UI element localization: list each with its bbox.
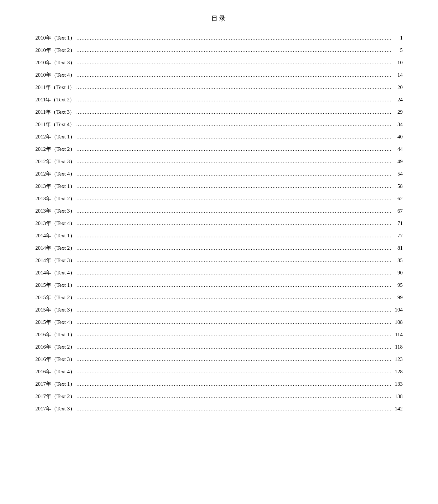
toc-entry: 2013年（Text 3）67 (35, 206, 403, 216)
toc-dots (77, 367, 391, 376)
toc-label: 2015年（Text 2） (35, 293, 75, 302)
toc-dots (76, 95, 391, 105)
toc-dots (77, 305, 391, 315)
toc-page: 58 (392, 182, 403, 191)
toc-dots (77, 194, 391, 203)
toc-dots (77, 144, 391, 154)
toc-entry: 2015年（Text 2）99 (35, 293, 403, 302)
toc-entry: 2016年（Text 2）118 (35, 342, 403, 352)
toc-label: 2012年（Text 1） (35, 132, 75, 142)
toc-page: 123 (392, 355, 403, 364)
toc-page: 49 (392, 157, 403, 166)
toc-dots (77, 318, 391, 327)
toc-page: 54 (392, 169, 403, 179)
toc-dots (77, 256, 391, 265)
toc-dots (77, 132, 391, 142)
toc-dots (77, 280, 391, 290)
toc-dots (77, 342, 391, 352)
toc-label: 2015年（Text 3） (35, 305, 75, 315)
toc-label: 2016年（Text 4） (35, 367, 75, 376)
toc-label: 2014年（Text 3） (35, 256, 75, 265)
toc-container: 2010年（Text 1）12010年（Text 2）52010年（Text 3… (35, 33, 403, 414)
toc-dots (77, 392, 391, 401)
toc-dots (77, 206, 391, 216)
toc-entry: 2017年（Text 3）142 (35, 404, 403, 414)
toc-page: 128 (392, 367, 403, 376)
toc-entry: 2016年（Text 1）114 (35, 330, 403, 339)
toc-dots (77, 157, 391, 166)
toc-entry: 2015年（Text 1）95 (35, 280, 403, 290)
toc-entry: 2012年（Text 2）44 (35, 144, 403, 154)
toc-entry: 2011年（Text 3）29 (35, 107, 403, 117)
toc-entry: 2011年（Text 4）34 (35, 120, 403, 129)
toc-label: 2017年（Text 1） (35, 379, 75, 389)
toc-entry: 2014年（Text 4）90 (35, 268, 403, 278)
toc-label: 2015年（Text 1） (35, 280, 75, 290)
toc-dots (77, 243, 391, 253)
toc-page: 1 (392, 33, 403, 43)
toc-dots (77, 268, 391, 278)
toc-entry: 2016年（Text 3）123 (35, 355, 403, 364)
toc-page: 85 (392, 256, 403, 265)
toc-dots (77, 404, 391, 414)
toc-page: 90 (392, 268, 403, 278)
toc-entry: 2012年（Text 4）54 (35, 169, 403, 179)
toc-page: 95 (392, 280, 403, 290)
toc-label: 2016年（Text 2） (35, 342, 75, 352)
toc-page: 34 (392, 120, 403, 129)
toc-label: 2012年（Text 2） (35, 144, 75, 154)
toc-entry: 2011年（Text 1）20 (35, 83, 403, 92)
toc-entry: 2012年（Text 3）49 (35, 157, 403, 166)
toc-page: 67 (392, 206, 403, 216)
toc-label: 2011年（Text 3） (35, 107, 75, 117)
toc-entry: 2016年（Text 4）128 (35, 367, 403, 376)
toc-entry: 2013年（Text 2）62 (35, 194, 403, 203)
toc-label: 2013年（Text 2） (35, 194, 75, 203)
toc-label: 2013年（Text 4） (35, 219, 75, 228)
toc-label: 2011年（Text 1） (35, 83, 75, 92)
toc-label: 2016年（Text 1） (35, 330, 75, 339)
toc-label: 2010年（Text 1） (35, 33, 75, 43)
toc-entry: 2017年（Text 1）133 (35, 379, 403, 389)
toc-entry: 2010年（Text 3）10 (35, 58, 403, 67)
toc-page: 114 (392, 330, 403, 339)
toc-label: 2016年（Text 3） (35, 355, 75, 364)
toc-entry: 2015年（Text 3）104 (35, 305, 403, 315)
toc-label: 2017年（Text 3） (35, 404, 75, 414)
toc-page: 81 (392, 243, 403, 253)
toc-page: 20 (392, 83, 403, 92)
toc-page: 138 (392, 392, 403, 401)
toc-entry: 2010年（Text 1）1 (35, 33, 403, 43)
toc-entry: 2011年（Text 2）24 (35, 95, 403, 105)
toc-dots (77, 330, 391, 339)
toc-page: 44 (392, 144, 403, 154)
toc-page: 142 (392, 404, 403, 414)
toc-label: 2012年（Text 4） (35, 169, 75, 179)
toc-dots (77, 293, 391, 302)
toc-page: 29 (392, 107, 403, 117)
toc-page: 24 (392, 95, 403, 105)
toc-page: 14 (392, 70, 403, 80)
toc-page: 10 (392, 58, 403, 67)
toc-dots (77, 379, 391, 389)
toc-entry: 2012年（Text 1）40 (35, 132, 403, 142)
toc-entry: 2013年（Text 1）58 (35, 182, 403, 191)
toc-label: 2014年（Text 4） (35, 268, 75, 278)
toc-entry: 2010年（Text 4）14 (35, 70, 403, 80)
toc-page: 108 (392, 318, 403, 327)
toc-dots (77, 33, 391, 43)
toc-label: 2012年（Text 3） (35, 157, 75, 166)
toc-label: 2017年（Text 2） (35, 392, 75, 401)
toc-page: 77 (392, 231, 403, 241)
toc-dots (76, 83, 391, 92)
toc-page: 62 (392, 194, 403, 203)
toc-dots (77, 355, 391, 364)
toc-entry: 2013年（Text 4）71 (35, 219, 403, 228)
toc-entry: 2014年（Text 2）81 (35, 243, 403, 253)
toc-entry: 2015年（Text 4）108 (35, 318, 403, 327)
toc-label: 2013年（Text 1） (35, 182, 75, 191)
toc-label: 2014年（Text 2） (35, 243, 75, 253)
toc-page: 133 (392, 379, 403, 389)
toc-label: 2015年（Text 4） (35, 318, 75, 327)
toc-label: 2014年（Text 1） (35, 231, 75, 241)
